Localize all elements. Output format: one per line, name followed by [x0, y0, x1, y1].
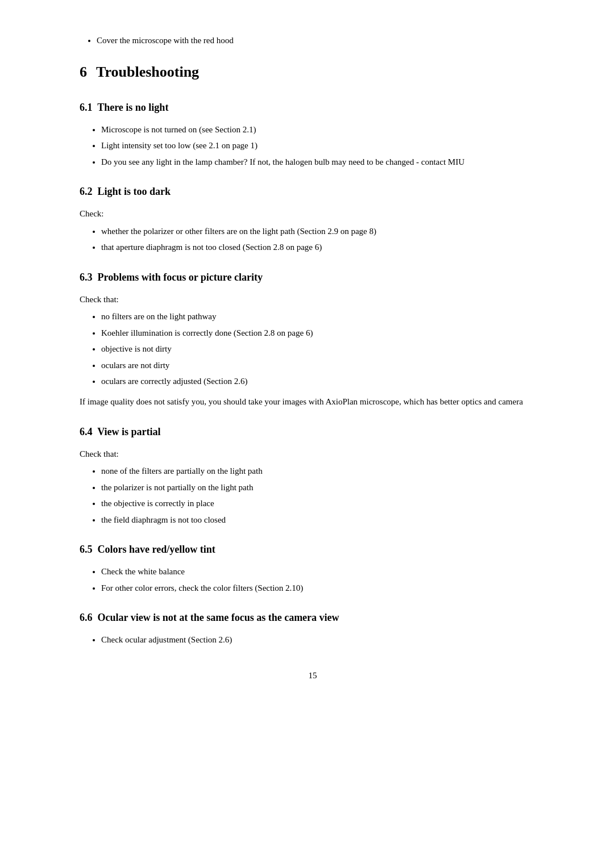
- bullet-item-1-1: that aperture diaphragm is not too close…: [101, 241, 546, 254]
- bullet-item-0-2: Do you see any light in the lamp chamber…: [101, 156, 546, 169]
- subsections-container: 6.1 There is no lightMicroscope is not t…: [80, 100, 546, 646]
- subsection-title-1: 6.2 Light is too dark: [80, 184, 546, 199]
- subsection-number: 6.2: [80, 186, 93, 197]
- section-title-text: Troubleshooting: [96, 64, 199, 80]
- bullet-list-5: Check ocular adjustment (Section 2.6): [80, 633, 546, 646]
- bullet-item-2-0: no filters are on the light pathway: [101, 310, 546, 323]
- bullet-list-2: no filters are on the light pathwayKoehl…: [80, 310, 546, 388]
- bullet-list-4: Check the white balanceFor other color e…: [80, 565, 546, 594]
- subsection-6-5: 6.5 Colors have red/yellow tintCheck the…: [80, 542, 546, 594]
- check-label-1: Check:: [80, 207, 546, 220]
- subsection-number: 6.4: [80, 426, 93, 437]
- intro-bullet-item: Cover the microscope with the red hood: [97, 34, 546, 47]
- subsection-number: 6.5: [80, 544, 93, 555]
- bullet-item-1-0: whether the polarizer or other filters a…: [101, 225, 546, 238]
- subsection-6-4: 6.4 View is partialCheck that:none of th…: [80, 424, 546, 527]
- bullet-item-4-1: For other color errors, check the color …: [101, 582, 546, 595]
- bullet-item-3-3: the field diaphragm is not too closed: [101, 514, 546, 527]
- section-number: 6: [80, 64, 87, 80]
- subsection-6-3: 6.3 Problems with focus or picture clari…: [80, 270, 546, 408]
- subsection-title-text: Colors have red/yellow tint: [98, 544, 215, 555]
- bullet-item-0-1: Light intensity set too low (see 2.1 on …: [101, 139, 546, 152]
- subsection-title-3: 6.4 View is partial: [80, 424, 546, 440]
- subsection-6-1: 6.1 There is no lightMicroscope is not t…: [80, 100, 546, 169]
- subsection-title-text: View is partial: [97, 426, 160, 437]
- subsection-title-text: Problems with focus or picture clarity: [98, 272, 263, 283]
- page-number: 15: [80, 669, 546, 682]
- subsection-number: 6.6: [80, 612, 93, 623]
- bullet-list-0: Microscope is not turned on (see Section…: [80, 123, 546, 169]
- bullet-item-4-0: Check the white balance: [101, 565, 546, 578]
- bullet-item-3-2: the objective is correctly in place: [101, 497, 546, 510]
- bullet-item-2-3: oculars are not dirty: [101, 359, 546, 372]
- subsection-number: 6.3: [80, 272, 93, 283]
- bullet-item-2-1: Koehler illumination is correctly done (…: [101, 327, 546, 340]
- bullet-item-2-2: objective is not dirty: [101, 343, 546, 356]
- subsection-title-4: 6.5 Colors have red/yellow tint: [80, 542, 546, 557]
- subsection-title-text: There is no light: [97, 102, 168, 113]
- subsection-title-text: Ocular view is not at the same focus as …: [98, 612, 339, 623]
- check-label-3: Check that:: [80, 448, 546, 461]
- bullet-list-1: whether the polarizer or other filters a…: [80, 225, 546, 254]
- bullet-item-3-0: none of the filters are partially on the…: [101, 465, 546, 478]
- bullet-item-2-4: oculars are correctly adjusted (Section …: [101, 375, 546, 388]
- bullet-item-0-0: Microscope is not turned on (see Section…: [101, 123, 546, 136]
- bullet-list-3: none of the filters are partially on the…: [80, 465, 546, 526]
- bullet-item-5-0: Check ocular adjustment (Section 2.6): [101, 633, 546, 646]
- subsection-title-0: 6.1 There is no light: [80, 100, 546, 115]
- intro-bullet-list: Cover the microscope with the red hood: [80, 34, 546, 47]
- check-label-2: Check that:: [80, 293, 546, 306]
- subsection-title-text: Light is too dark: [98, 186, 171, 197]
- paragraph-2: If image quality does not satisfy you, y…: [80, 395, 546, 408]
- subsection-6-2: 6.2 Light is too darkCheck:whether the p…: [80, 184, 546, 254]
- bullet-item-3-1: the polarizer is not partially on the li…: [101, 481, 546, 494]
- subsection-title-2: 6.3 Problems with focus or picture clari…: [80, 270, 546, 285]
- section-title: 6Troubleshooting: [80, 61, 546, 83]
- subsection-number: 6.1: [80, 102, 93, 113]
- subsection-6-6: 6.6 Ocular view is not at the same focus…: [80, 610, 546, 646]
- subsection-title-5: 6.6 Ocular view is not at the same focus…: [80, 610, 546, 625]
